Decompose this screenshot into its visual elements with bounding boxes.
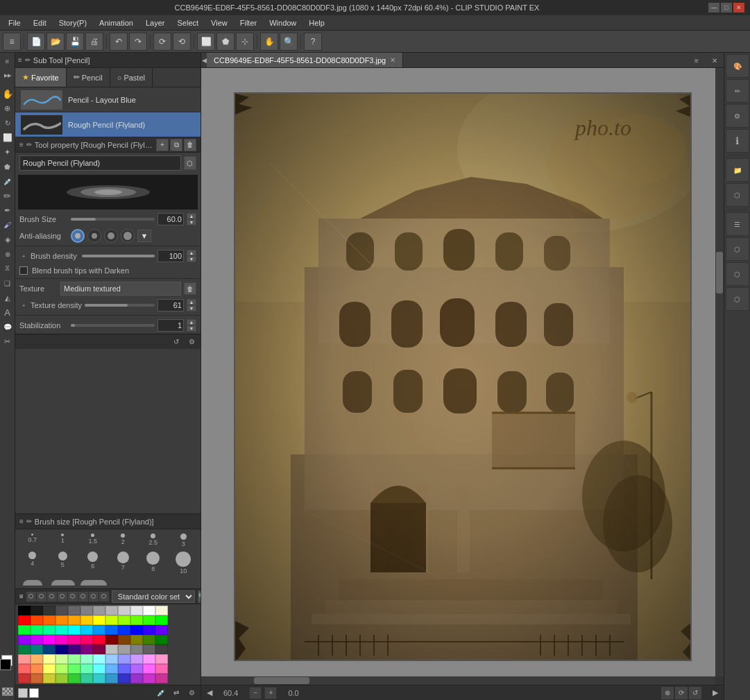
color-swatch[interactable]	[80, 664, 93, 674]
color-swatch[interactable]	[118, 635, 130, 644]
brush-size-value[interactable]	[157, 213, 184, 225]
color-swatch[interactable]	[93, 674, 105, 683]
color-swatch[interactable]	[143, 674, 155, 683]
color-swatch[interactable]	[143, 654, 155, 664]
rp-btn-info[interactable]: ℹ	[726, 129, 749, 153]
color-swatch[interactable]	[31, 644, 43, 654]
color-swatch[interactable]	[43, 644, 56, 654]
aa-option-3[interactable]	[121, 229, 135, 243]
color-swatch[interactable]	[118, 674, 130, 683]
panel-copy-button[interactable]: ⧉	[170, 139, 182, 151]
color-swatch[interactable]	[118, 606, 130, 615]
texture-density-value[interactable]	[157, 299, 184, 311]
maximize-button[interactable]: □	[721, 3, 732, 12]
color-swatch[interactable]	[18, 654, 31, 664]
color-set-dropdown[interactable]: Standard color set	[112, 590, 195, 603]
rp-btn-brush[interactable]: ✏	[726, 79, 749, 103]
color-swatch[interactable]	[56, 644, 68, 654]
tab-menu-btn[interactable]: ≡	[688, 53, 706, 68]
toolbar-undo[interactable]: ↶	[110, 33, 128, 51]
bottom-swap[interactable]: ⇄	[170, 687, 182, 699]
brush-density-up[interactable]: ▲	[187, 250, 196, 256]
tab-close-all[interactable]: ✕	[706, 53, 724, 68]
color-swatch[interactable]	[93, 606, 105, 615]
bottom-settings[interactable]: ⚙	[185, 687, 198, 699]
color-swatch[interactable]	[118, 664, 130, 674]
color-swatch[interactable]	[105, 644, 118, 654]
color-swatch[interactable]	[155, 635, 168, 644]
color-swatch[interactable]	[80, 635, 93, 644]
stabilization-down[interactable]: ▼	[187, 325, 196, 332]
menu-filter[interactable]: Filter	[235, 17, 262, 28]
fg-color-swatch[interactable]	[0, 659, 11, 670]
panel-delete-button[interactable]: 🗑	[184, 139, 196, 151]
color-icon-4[interactable]: ⬡	[58, 592, 67, 601]
color-swatch[interactable]	[130, 644, 143, 654]
status-nav-right[interactable]: ▶	[713, 688, 718, 697]
tab-pencil[interactable]: ✏ Pencil	[67, 68, 110, 87]
minimize-button[interactable]: —	[708, 3, 719, 12]
texture-density-expand[interactable]: +	[19, 301, 28, 309]
texture-name[interactable]: Medium textured	[60, 282, 181, 296]
color-swatch[interactable]	[56, 606, 68, 615]
color-swatch[interactable]	[105, 615, 118, 625]
color-swatch[interactable]	[105, 606, 118, 615]
stabilization-value[interactable]	[157, 319, 184, 332]
rp-btn-layer2[interactable]: ⬡	[726, 237, 749, 261]
color-swatch[interactable]	[93, 644, 105, 654]
bs-item-partial-3[interactable]	[79, 579, 108, 587]
tool-hand[interactable]: ✋	[1, 87, 15, 101]
tool-fill[interactable]: ⊕	[1, 247, 15, 261]
color-swatch[interactable]	[93, 625, 105, 635]
menu-help[interactable]: Help	[303, 17, 330, 28]
toolbar-help[interactable]: ?	[304, 33, 322, 51]
color-swatch[interactable]	[155, 625, 168, 635]
color-swatch[interactable]	[31, 606, 43, 615]
rp-btn-layer[interactable]: ☰	[726, 212, 749, 236]
color-swatch[interactable]	[31, 664, 43, 674]
toolbar-flip[interactable]: ⟲	[173, 33, 191, 51]
color-swatch[interactable]	[80, 674, 93, 683]
rp-btn-color[interactable]: 🎨	[726, 54, 749, 78]
toolbar-select-rect[interactable]: ⬜	[197, 33, 215, 51]
canvas-tab-close[interactable]: ✕	[390, 56, 395, 64]
bs-menu-icon[interactable]: ≡	[19, 518, 24, 525]
nav-btn-2[interactable]: ⟳	[675, 687, 688, 699]
color-swatch[interactable]	[18, 674, 31, 683]
canvas-viewport[interactable]: pho.to	[201, 68, 724, 685]
color-swatch[interactable]	[93, 664, 105, 674]
aa-option-1[interactable]	[87, 229, 101, 243]
bs-item-7[interactable]: 7	[109, 550, 138, 576]
color-swatch[interactable]	[105, 664, 118, 674]
color-swatch[interactable]	[143, 625, 155, 635]
tool-brush[interactable]: 🖌	[1, 218, 15, 232]
tool-select-lasso[interactable]: ⬟	[1, 160, 15, 173]
color-icon-8[interactable]: ⬡	[99, 592, 109, 601]
menu-layer[interactable]: Layer	[140, 17, 171, 28]
color-swatch[interactable]	[80, 644, 93, 654]
tool-ruler[interactable]: ◭	[1, 291, 15, 305]
rp-btn-tool[interactable]: ⚙	[726, 104, 749, 128]
tool-pen[interactable]: ✒	[1, 203, 15, 217]
tool-select-auto[interactable]: ✦	[1, 145, 15, 159]
color-icon-5[interactable]: ⬡	[68, 592, 78, 601]
bs-item-8[interactable]: 8	[139, 550, 168, 576]
color-swatch[interactable]	[155, 606, 168, 615]
canvas-scrollbar-v-thumb[interactable]	[716, 252, 723, 293]
bs-item-5[interactable]: 5	[49, 550, 78, 576]
toolbar-zoom[interactable]: 🔍	[280, 33, 298, 51]
blend-darken-checkbox[interactable]	[19, 266, 28, 275]
color-swatch[interactable]	[130, 615, 143, 625]
toolbar-open[interactable]: 📂	[46, 33, 65, 51]
color-swatch[interactable]	[56, 635, 68, 644]
menu-view[interactable]: View	[205, 17, 233, 28]
color-swatch[interactable]	[93, 654, 105, 664]
tool-text[interactable]: A	[1, 305, 15, 319]
tool-pencil[interactable]: ✏	[1, 189, 15, 203]
brush-density-slider[interactable]	[82, 255, 155, 257]
stabilization-up[interactable]: ▲	[187, 319, 196, 325]
menu-edit[interactable]: Edit	[28, 17, 52, 28]
rp-btn-material[interactable]: 📁	[726, 158, 749, 182]
color-swatch[interactable]	[68, 606, 80, 615]
color-swatch[interactable]	[130, 654, 143, 664]
